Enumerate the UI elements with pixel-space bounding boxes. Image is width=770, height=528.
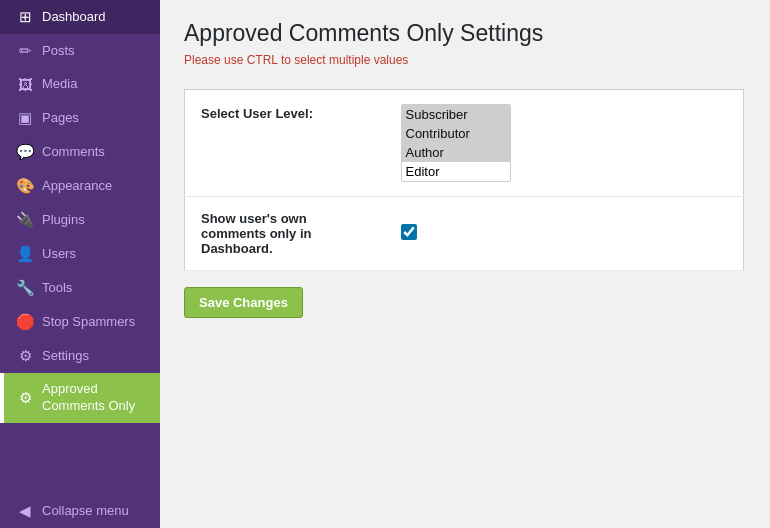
user-level-select[interactable]: Subscriber Contributor Author Editor Adm…: [401, 104, 511, 182]
page-title: Approved Comments Only Settings: [184, 20, 746, 47]
plugins-icon: 🔌: [16, 211, 34, 229]
option-administrator[interactable]: Administrator: [402, 181, 510, 182]
main-content: Approved Comments Only Settings Please u…: [160, 0, 770, 528]
settings-table: Select User Level: Subscriber Contributo…: [184, 89, 744, 271]
sidebar-item-media[interactable]: 🖼 Media: [0, 68, 160, 101]
option-editor[interactable]: Editor: [402, 162, 510, 181]
sidebar-item-pages[interactable]: ▣ Pages: [0, 101, 160, 135]
sidebar-item-label: Dashboard: [42, 9, 106, 26]
sidebar-item-label: Media: [42, 76, 77, 93]
sidebar-item-label: Appearance: [42, 178, 112, 195]
sidebar-item-label: Collapse menu: [42, 503, 129, 520]
settings-icon: ⚙: [16, 347, 34, 365]
appearance-icon: 🎨: [16, 177, 34, 195]
user-level-cell: Subscriber Contributor Author Editor Adm…: [385, 90, 744, 197]
option-contributor[interactable]: Contributor: [402, 124, 510, 143]
sidebar-item-label: Tools: [42, 280, 72, 297]
pages-icon: ▣: [16, 109, 34, 127]
sidebar-item-tools[interactable]: 🔧 Tools: [0, 271, 160, 305]
sidebar-item-dashboard[interactable]: ⊞ Dashboard: [0, 0, 160, 34]
sidebar: ⊞ Dashboard ✏ Posts 🖼 Media ▣ Pages 💬 Co…: [0, 0, 160, 528]
sidebar-item-settings[interactable]: ⚙ Settings: [0, 339, 160, 373]
sidebar-item-label: Comments: [42, 144, 105, 161]
sidebar-item-posts[interactable]: ✏ Posts: [0, 34, 160, 68]
sidebar-item-comments[interactable]: 💬 Comments: [0, 135, 160, 169]
posts-icon: ✏: [16, 42, 34, 60]
sidebar-item-collapse[interactable]: ◀ Collapse menu: [0, 494, 160, 528]
sidebar-item-label: Posts: [42, 43, 75, 60]
save-changes-button[interactable]: Save Changes: [184, 287, 303, 318]
sidebar-item-plugins[interactable]: 🔌 Plugins: [0, 203, 160, 237]
sidebar-item-label: Plugins: [42, 212, 85, 229]
sidebar-item-appearance[interactable]: 🎨 Appearance: [0, 169, 160, 203]
sidebar-item-label: Settings: [42, 348, 89, 365]
media-icon: 🖼: [16, 76, 34, 93]
dashboard-checkbox-label: Show user's own comments only in Dashboa…: [185, 197, 385, 271]
sidebar-item-label: Approved Comments Only: [42, 381, 148, 415]
sidebar-item-label: Stop Spammers: [42, 314, 135, 331]
comments-icon: 💬: [16, 143, 34, 161]
stop-spammers-icon: 🛑: [16, 313, 34, 331]
option-author[interactable]: Author: [402, 143, 510, 162]
sidebar-item-label: Pages: [42, 110, 79, 127]
sidebar-item-approved-comments[interactable]: ⚙ Approved Comments Only: [0, 373, 160, 423]
approved-comments-icon: ⚙: [16, 389, 34, 407]
dashboard-checkbox-cell: [385, 197, 744, 271]
sidebar-item-users[interactable]: 👤 Users: [0, 237, 160, 271]
users-icon: 👤: [16, 245, 34, 263]
dashboard-checkbox[interactable]: [401, 224, 417, 240]
option-subscriber[interactable]: Subscriber: [402, 105, 510, 124]
sidebar-item-stop-spammers[interactable]: 🛑 Stop Spammers: [0, 305, 160, 339]
sidebar-item-label: Users: [42, 246, 76, 263]
user-level-label: Select User Level:: [185, 90, 385, 197]
user-level-row: Select User Level: Subscriber Contributo…: [185, 90, 744, 197]
dashboard-icon: ⊞: [16, 8, 34, 26]
dashboard-checkbox-row: Show user's own comments only in Dashboa…: [185, 197, 744, 271]
collapse-icon: ◀: [16, 502, 34, 520]
tools-icon: 🔧: [16, 279, 34, 297]
hint-text: Please use CTRL to select multiple value…: [184, 53, 746, 67]
